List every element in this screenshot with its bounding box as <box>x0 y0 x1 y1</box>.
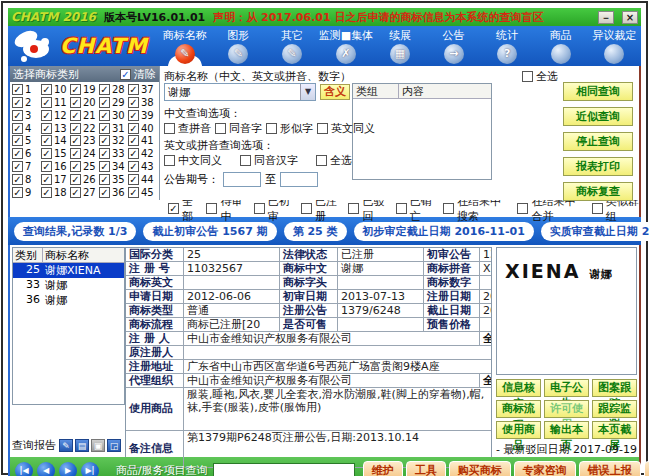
side-button-跟踪监测[interactable]: 跟踪监测 <box>592 400 637 418</box>
side-button-商标流程[interactable]: 商标流程 <box>496 400 541 418</box>
category-checkbox-24[interactable]: 24 <box>70 148 99 159</box>
category-checkbox-11[interactable]: 11 <box>41 97 70 108</box>
category-checkbox-25[interactable]: 25 <box>70 161 99 172</box>
category-checkbox-32[interactable]: 32 <box>99 135 128 146</box>
category-checkbox-18[interactable]: 18 <box>41 187 70 198</box>
side-button-使用商品[interactable]: 使用商品 <box>496 421 541 439</box>
category-checkbox-28[interactable]: 28 <box>99 84 128 95</box>
category-checkbox-14[interactable]: 14 <box>41 135 70 146</box>
category-checkbox-12[interactable]: 12 <box>41 110 70 121</box>
side-button-输出本页[interactable]: 输出本页 <box>544 421 589 439</box>
category-checkbox-8[interactable]: 8 <box>12 174 41 185</box>
category-checkbox-6[interactable]: 6 <box>12 148 41 159</box>
category-checkbox-3[interactable]: 3 <box>12 110 41 121</box>
all-class-search-button[interactable]: 全类检索 <box>480 374 491 387</box>
side-button-图案跟踪[interactable]: 图案跟踪 <box>592 379 637 397</box>
category-checkbox-10[interactable]: 10 <box>41 84 70 95</box>
bottom-button-专家咨询[interactable]: 专家咨询 <box>514 461 576 476</box>
category-checkbox-5[interactable]: 5 <box>12 135 41 146</box>
chevron-down-icon[interactable]: ▼ <box>300 84 315 100</box>
category-checkbox-23[interactable]: 23 <box>70 135 99 146</box>
category-checkbox-17[interactable]: 17 <box>41 174 70 185</box>
category-checkbox-35[interactable]: 35 <box>99 174 128 185</box>
gazette-to-input[interactable] <box>280 172 318 187</box>
prev-page-button[interactable]: ◀ <box>37 462 55 476</box>
category-checkbox-44[interactable]: 44 <box>128 174 157 185</box>
next-page-button[interactable]: ▶ <box>59 462 77 476</box>
category-checkbox-7[interactable]: 7 <box>12 161 41 172</box>
category-checkbox-1[interactable]: 1 <box>12 84 41 95</box>
printer-icon[interactable]: ▤ <box>75 439 89 452</box>
category-checkbox-38[interactable]: 38 <box>128 97 157 108</box>
trademark-name-input[interactable]: 谢娜 ▼ <box>164 83 316 101</box>
category-checkbox-9[interactable]: 9 <box>12 187 41 198</box>
category-checkbox-34[interactable]: 34 <box>99 161 128 172</box>
category-checkbox-29[interactable]: 29 <box>99 97 128 108</box>
category-checkbox-41[interactable]: 41 <box>128 135 157 146</box>
category-checkbox-43[interactable]: 43 <box>128 161 157 172</box>
gazette-from-input[interactable] <box>223 172 261 187</box>
tab-goods[interactable]: 商品 <box>534 26 588 66</box>
category-checkbox-15[interactable]: 15 <box>41 148 70 159</box>
category-checkbox-20[interactable]: 20 <box>70 97 99 108</box>
action-button-停止查询[interactable]: 停止查询 <box>563 132 633 151</box>
tab-renewal[interactable]: 续展▦ <box>373 26 427 66</box>
bottom-button-维护[interactable]: 维护 <box>363 461 403 476</box>
category-checkbox-27[interactable]: 27 <box>70 187 99 198</box>
result-row[interactable]: 33谢娜 <box>13 278 124 293</box>
option-checkbox-查拼音[interactable]: 查拼音 <box>164 121 211 136</box>
option-checkbox-同音字[interactable]: 同音字 <box>215 121 262 136</box>
side-button-电子公告[interactable]: 电子公告 <box>544 379 589 397</box>
option-checkbox-同音汉字[interactable]: 同音汉字 <box>240 153 298 168</box>
meaning-button[interactable]: 含义 <box>320 84 350 100</box>
category-checkbox-13[interactable]: 13 <box>41 123 70 134</box>
last-page-button[interactable]: ▶| <box>81 462 99 476</box>
category-checkbox-36[interactable]: 36 <box>99 187 128 198</box>
close-button[interactable]: × <box>622 11 638 24</box>
minimize-button[interactable]: － <box>598 11 614 24</box>
category-checkbox-39[interactable]: 39 <box>128 110 157 121</box>
category-checkbox-31[interactable]: 31 <box>99 123 128 134</box>
clear-categories-checkbox[interactable]: 清除 <box>120 67 156 82</box>
category-checkbox-37[interactable]: 37 <box>128 84 157 95</box>
pencil-icon[interactable]: ✎ <box>59 439 73 452</box>
select-all-top-checkbox[interactable]: 全选 <box>522 69 558 84</box>
side-button-许可使用[interactable]: 许可使用 <box>544 400 589 418</box>
tab-graphic[interactable]: 图形✎ <box>212 26 266 66</box>
action-button-相同查询[interactable]: 相同查询 <box>563 82 633 101</box>
tab-gazette[interactable]: 公告→ <box>427 26 481 66</box>
action-button-商标复查[interactable]: 商标复查 <box>563 182 633 201</box>
side-button-本页截屏[interactable]: 本页截屏 <box>592 421 637 439</box>
category-checkbox-33[interactable]: 33 <box>99 148 128 159</box>
category-checkbox-26[interactable]: 26 <box>70 174 99 185</box>
category-checkbox-21[interactable]: 21 <box>70 110 99 121</box>
bottom-button-错误上报[interactable]: 错误上报 <box>579 461 641 476</box>
tab-opposition[interactable]: 异议裁定 <box>587 26 641 66</box>
category-checkbox-19[interactable]: 19 <box>70 84 99 95</box>
side-button-信息核实[interactable]: 信息核实 <box>496 379 541 397</box>
bottom-button-工具[interactable]: 工具 <box>406 461 446 476</box>
category-checkbox-2[interactable]: 2 <box>12 97 41 108</box>
all-class-search-button[interactable]: 全类检索 <box>480 332 491 345</box>
category-checkbox-45[interactable]: 45 <box>128 187 157 198</box>
tab-statistics[interactable]: 统计? <box>480 26 534 66</box>
bottom-button-商标档案[interactable]: 商标档案 <box>644 461 649 476</box>
screenshot-icon[interactable]: ◲ <box>107 439 121 452</box>
action-button-近似查询[interactable]: 近似查询 <box>563 107 633 126</box>
category-checkbox-40[interactable]: 40 <box>128 123 157 134</box>
tab-other[interactable]: 其它✎ <box>265 26 319 66</box>
option-checkbox-全选[interactable]: 全选 <box>316 153 352 168</box>
option-checkbox-形似字[interactable]: 形似字 <box>266 121 313 136</box>
result-row[interactable]: 25谢娜XIENA <box>13 263 124 278</box>
save-icon[interactable]: ▣ <box>91 439 105 452</box>
service-search-input[interactable] <box>213 463 355 476</box>
category-checkbox-30[interactable]: 30 <box>99 110 128 121</box>
result-row[interactable]: 36谢娜 <box>13 293 124 308</box>
option-checkbox-中文同义[interactable]: 中文同义 <box>164 153 222 168</box>
tab-monitor-collective[interactable]: 监测■集体✗ <box>319 26 373 66</box>
category-checkbox-16[interactable]: 16 <box>41 161 70 172</box>
option-checkbox-英文同义[interactable]: 英文同义 <box>317 121 375 136</box>
category-checkbox-4[interactable]: 4 <box>12 123 41 134</box>
first-page-button[interactable]: |◀ <box>15 462 33 476</box>
tab-trademark-name[interactable]: 商标名称✎ <box>158 26 212 66</box>
